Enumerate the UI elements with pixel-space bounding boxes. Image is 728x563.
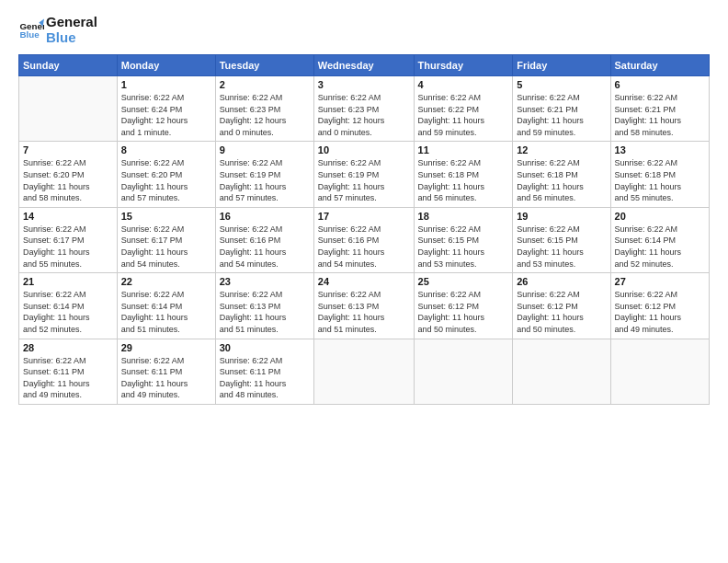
calendar-cell: 8Sunrise: 6:22 AMSunset: 6:20 PMDaylight… (117, 142, 215, 207)
calendar-cell (414, 339, 513, 404)
logo-blue: Blue (46, 29, 76, 45)
calendar-week-row: 7Sunrise: 6:22 AMSunset: 6:20 PMDaylight… (19, 142, 710, 207)
day-number: 2 (220, 79, 310, 90)
logo-icon: General Blue (18, 17, 44, 43)
day-number: 10 (318, 144, 410, 155)
day-info: Sunrise: 6:22 AMSunset: 6:22 PMDaylight:… (418, 92, 509, 138)
day-number: 7 (23, 144, 113, 155)
calendar-cell: 26Sunrise: 6:22 AMSunset: 6:12 PMDayligh… (513, 273, 610, 339)
calendar-cell: 4Sunrise: 6:22 AMSunset: 6:22 PMDaylight… (414, 76, 513, 142)
svg-text:Blue: Blue (19, 29, 40, 40)
day-info: Sunrise: 6:22 AMSunset: 6:18 PMDaylight:… (517, 157, 606, 203)
calendar-cell: 6Sunrise: 6:22 AMSunset: 6:21 PMDaylight… (610, 76, 709, 142)
day-number: 23 (220, 276, 310, 287)
day-number: 14 (23, 211, 113, 222)
calendar-cell: 22Sunrise: 6:22 AMSunset: 6:14 PMDayligh… (117, 273, 215, 339)
weekday-header: Saturday (610, 55, 709, 76)
day-number: 17 (318, 211, 410, 222)
calendar-header-row: SundayMondayTuesdayWednesdayThursdayFrid… (19, 55, 710, 76)
day-info: Sunrise: 6:22 AMSunset: 6:18 PMDaylight:… (418, 157, 509, 203)
day-info: Sunrise: 6:22 AMSunset: 6:21 PMDaylight:… (517, 92, 606, 138)
day-info: Sunrise: 6:22 AMSunset: 6:14 PMDaylight:… (23, 289, 113, 335)
day-info: Sunrise: 6:22 AMSunset: 6:12 PMDaylight:… (517, 289, 606, 335)
day-info: Sunrise: 6:22 AMSunset: 6:20 PMDaylight:… (23, 157, 113, 203)
day-info: Sunrise: 6:22 AMSunset: 6:14 PMDaylight:… (121, 289, 211, 335)
day-info: Sunrise: 6:22 AMSunset: 6:13 PMDaylight:… (318, 289, 410, 335)
header: General Blue General Blue (18, 15, 710, 45)
day-number: 21 (23, 276, 113, 287)
calendar-cell: 20Sunrise: 6:22 AMSunset: 6:14 PMDayligh… (610, 207, 709, 272)
day-number: 20 (615, 211, 705, 222)
day-number: 11 (418, 144, 509, 155)
day-info: Sunrise: 6:22 AMSunset: 6:15 PMDaylight:… (517, 224, 606, 270)
day-number: 8 (121, 144, 211, 155)
weekday-header: Monday (117, 55, 215, 76)
calendar-cell: 13Sunrise: 6:22 AMSunset: 6:18 PMDayligh… (610, 142, 709, 207)
day-info: Sunrise: 6:22 AMSunset: 6:20 PMDaylight:… (121, 157, 211, 203)
calendar-cell (610, 339, 709, 404)
calendar-cell: 17Sunrise: 6:22 AMSunset: 6:16 PMDayligh… (313, 207, 414, 272)
calendar-cell: 1Sunrise: 6:22 AMSunset: 6:24 PMDaylight… (117, 76, 215, 142)
day-number: 15 (121, 211, 211, 222)
calendar-cell: 28Sunrise: 6:22 AMSunset: 6:11 PMDayligh… (19, 339, 118, 404)
day-info: Sunrise: 6:22 AMSunset: 6:23 PMDaylight:… (220, 92, 310, 138)
day-number: 3 (318, 79, 410, 90)
calendar-cell: 7Sunrise: 6:22 AMSunset: 6:20 PMDaylight… (19, 142, 118, 207)
day-info: Sunrise: 6:22 AMSunset: 6:19 PMDaylight:… (318, 157, 410, 203)
calendar-week-row: 14Sunrise: 6:22 AMSunset: 6:17 PMDayligh… (19, 207, 710, 272)
day-info: Sunrise: 6:22 AMSunset: 6:13 PMDaylight:… (220, 289, 310, 335)
calendar-cell: 27Sunrise: 6:22 AMSunset: 6:12 PMDayligh… (610, 273, 709, 339)
day-number: 13 (615, 144, 705, 155)
day-info: Sunrise: 6:22 AMSunset: 6:17 PMDaylight:… (121, 224, 211, 270)
calendar-cell: 29Sunrise: 6:22 AMSunset: 6:11 PMDayligh… (117, 339, 215, 404)
calendar-cell: 15Sunrise: 6:22 AMSunset: 6:17 PMDayligh… (117, 207, 215, 272)
day-info: Sunrise: 6:22 AMSunset: 6:24 PMDaylight:… (121, 92, 211, 138)
calendar-cell: 23Sunrise: 6:22 AMSunset: 6:13 PMDayligh… (215, 273, 313, 339)
day-number: 12 (517, 144, 606, 155)
day-info: Sunrise: 6:22 AMSunset: 6:11 PMDaylight:… (121, 355, 211, 401)
day-number: 22 (121, 276, 211, 287)
day-info: Sunrise: 6:22 AMSunset: 6:12 PMDaylight:… (418, 289, 509, 335)
day-info: Sunrise: 6:22 AMSunset: 6:11 PMDaylight:… (23, 355, 113, 401)
weekday-header: Tuesday (215, 55, 313, 76)
page: General Blue General Blue SundayMondayTu… (0, 0, 728, 563)
day-number: 19 (517, 211, 606, 222)
day-number: 30 (220, 342, 310, 353)
day-number: 4 (418, 79, 509, 90)
calendar-cell (19, 76, 118, 142)
day-info: Sunrise: 6:22 AMSunset: 6:23 PMDaylight:… (318, 92, 410, 138)
day-number: 5 (517, 79, 606, 90)
calendar-cell: 12Sunrise: 6:22 AMSunset: 6:18 PMDayligh… (513, 142, 610, 207)
day-info: Sunrise: 6:22 AMSunset: 6:19 PMDaylight:… (220, 157, 310, 203)
day-info: Sunrise: 6:22 AMSunset: 6:17 PMDaylight:… (23, 224, 113, 270)
calendar-cell: 11Sunrise: 6:22 AMSunset: 6:18 PMDayligh… (414, 142, 513, 207)
calendar-cell: 30Sunrise: 6:22 AMSunset: 6:11 PMDayligh… (215, 339, 313, 404)
day-number: 26 (517, 276, 606, 287)
calendar-cell: 14Sunrise: 6:22 AMSunset: 6:17 PMDayligh… (19, 207, 118, 272)
calendar-cell: 16Sunrise: 6:22 AMSunset: 6:16 PMDayligh… (215, 207, 313, 272)
calendar-cell (313, 339, 414, 404)
day-info: Sunrise: 6:22 AMSunset: 6:16 PMDaylight:… (318, 224, 410, 270)
day-info: Sunrise: 6:22 AMSunset: 6:12 PMDaylight:… (615, 289, 705, 335)
weekday-header: Sunday (19, 55, 118, 76)
calendar-cell: 24Sunrise: 6:22 AMSunset: 6:13 PMDayligh… (313, 273, 414, 339)
calendar-table: SundayMondayTuesdayWednesdayThursdayFrid… (18, 54, 710, 405)
day-info: Sunrise: 6:22 AMSunset: 6:16 PMDaylight:… (220, 224, 310, 270)
calendar-cell: 25Sunrise: 6:22 AMSunset: 6:12 PMDayligh… (414, 273, 513, 339)
calendar-cell: 2Sunrise: 6:22 AMSunset: 6:23 PMDaylight… (215, 76, 313, 142)
calendar-cell: 19Sunrise: 6:22 AMSunset: 6:15 PMDayligh… (513, 207, 610, 272)
day-number: 6 (615, 79, 705, 90)
logo: General Blue General Blue (18, 15, 97, 45)
calendar-week-row: 28Sunrise: 6:22 AMSunset: 6:11 PMDayligh… (19, 339, 710, 404)
calendar-cell (513, 339, 610, 404)
calendar-cell: 10Sunrise: 6:22 AMSunset: 6:19 PMDayligh… (313, 142, 414, 207)
calendar-cell: 18Sunrise: 6:22 AMSunset: 6:15 PMDayligh… (414, 207, 513, 272)
weekday-header: Thursday (414, 55, 513, 76)
calendar-week-row: 1Sunrise: 6:22 AMSunset: 6:24 PMDaylight… (19, 76, 710, 142)
weekday-header: Friday (513, 55, 610, 76)
day-info: Sunrise: 6:22 AMSunset: 6:15 PMDaylight:… (418, 224, 509, 270)
day-number: 29 (121, 342, 211, 353)
day-number: 16 (220, 211, 310, 222)
day-number: 28 (23, 342, 113, 353)
logo-general: General (46, 14, 97, 29)
